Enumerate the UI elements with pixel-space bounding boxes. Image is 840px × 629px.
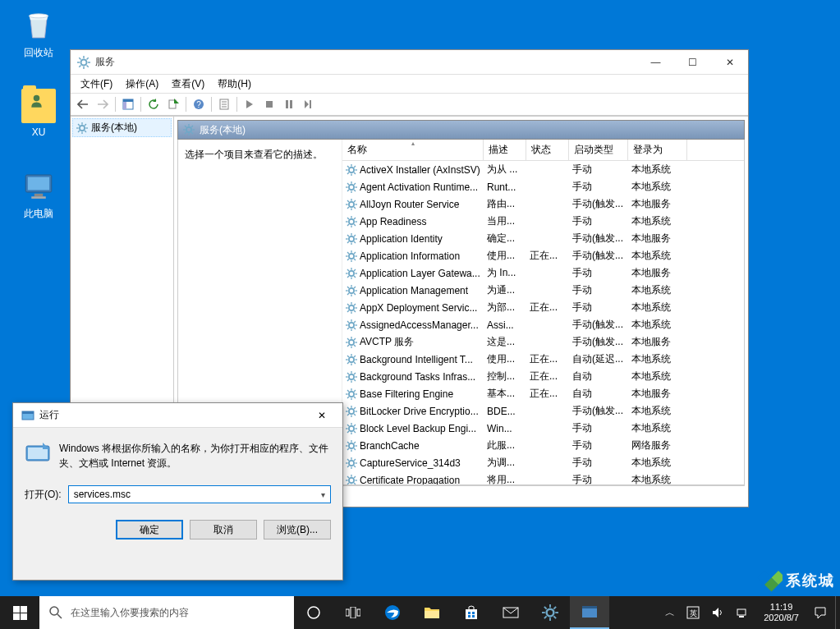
- properties-button[interactable]: [215, 95, 233, 113]
- service-row[interactable]: Application Management 为通... 手动 本地系统: [342, 282, 744, 299]
- svg-point-10: [34, 95, 40, 102]
- task-view-icon[interactable]: [333, 596, 373, 629]
- chevron-down-icon[interactable]: ▾: [321, 490, 325, 499]
- show-hide-tree-button[interactable]: [119, 95, 137, 113]
- col-logon[interactable]: 登录为: [628, 140, 687, 160]
- gear-icon: [346, 371, 357, 383]
- svg-rect-13: [34, 194, 44, 197]
- pause-service-button[interactable]: [280, 95, 298, 113]
- start-button[interactable]: [0, 596, 39, 629]
- service-row[interactable]: ActiveX Installer (AxInstSV) 为从 ... 手动 本…: [342, 161, 744, 178]
- service-row[interactable]: AppX Deployment Servic... 为部... 正在... 手动…: [342, 299, 744, 316]
- cancel-button[interactable]: 取消: [190, 520, 257, 539]
- run-dialog: 运行 ✕ Windows 将根据你所输入的名称，为你打开相应的程序、文件夹、文档…: [12, 402, 343, 581]
- maximize-button[interactable]: ☐: [674, 50, 711, 75]
- recycle-bin-icon[interactable]: 回收站: [10, 8, 67, 60]
- stop-service-button[interactable]: [260, 95, 278, 113]
- explorer-icon[interactable]: [412, 596, 452, 629]
- svg-rect-38: [13, 613, 20, 620]
- col-desc[interactable]: 描述: [484, 140, 526, 160]
- this-pc-icon[interactable]: 此电脑: [10, 169, 67, 221]
- service-row[interactable]: Application Layer Gatewa... 为 In... 手动 本…: [342, 264, 744, 282]
- run-input[interactable]: [74, 489, 321, 500]
- col-start[interactable]: 启动类型: [569, 140, 628, 160]
- service-row[interactable]: Agent Activation Runtime... Runt... 手动 本…: [342, 178, 744, 195]
- service-row[interactable]: Application Identity 确定... 手动(触发... 本地服务: [342, 230, 744, 247]
- mail-icon[interactable]: [491, 596, 530, 629]
- input-method-icon[interactable]: 英: [683, 606, 703, 619]
- help-button[interactable]: ?: [190, 95, 208, 113]
- settings-icon[interactable]: [530, 596, 570, 629]
- services-taskbar-icon[interactable]: [570, 596, 609, 629]
- volume-icon[interactable]: [708, 606, 728, 619]
- gear-icon: [346, 285, 357, 296]
- start-service-button[interactable]: [241, 95, 259, 113]
- edge-icon[interactable]: [373, 596, 412, 629]
- tree-item-services-local[interactable]: 服务(本地): [72, 118, 172, 137]
- menu-action[interactable]: 操作(A): [121, 76, 163, 93]
- svg-rect-32: [28, 448, 48, 459]
- gear-icon: [346, 354, 357, 365]
- service-row[interactable]: AllJoyn Router Service 路由... 手动(触发... 本地…: [342, 195, 744, 213]
- back-button[interactable]: [74, 95, 92, 113]
- time: 11:19: [764, 602, 799, 613]
- search-box[interactable]: 在这里输入你要搜索的内容: [39, 596, 294, 629]
- taskbar: 在这里输入你要搜索的内容 ︿ 英 11:19 2020/8/7: [0, 596, 840, 629]
- col-status[interactable]: 状态: [526, 140, 569, 160]
- run-close-button[interactable]: ✕: [310, 410, 334, 421]
- watermark-logo: [755, 567, 783, 595]
- network-icon[interactable]: [732, 606, 752, 619]
- service-row[interactable]: Base Filtering Engine 基本... 正在... 自动 本地服…: [342, 385, 744, 402]
- run-titlebar[interactable]: 运行 ✕: [13, 403, 342, 428]
- restart-service-button[interactable]: [300, 95, 318, 113]
- services-list: ▴名称 描述 状态 启动类型 登录为 ActiveX Installer (Ax…: [342, 140, 744, 484]
- service-row[interactable]: Block Level Backup Engi... Win... 手动 本地系…: [342, 420, 744, 437]
- svg-rect-43: [346, 609, 349, 616]
- run-input-combo[interactable]: ▾: [68, 485, 331, 503]
- svg-rect-12: [28, 177, 49, 191]
- gear-icon: [346, 440, 357, 452]
- service-row[interactable]: Application Information 使用... 正在... 手动(触…: [342, 247, 744, 264]
- svg-rect-36: [13, 606, 20, 613]
- browse-button[interactable]: 浏览(B)...: [264, 520, 331, 539]
- show-desktop-button[interactable]: [835, 596, 840, 629]
- svg-point-40: [50, 607, 58, 615]
- col-name[interactable]: ▴名称: [342, 140, 484, 160]
- store-icon[interactable]: [452, 596, 491, 629]
- user-folder-icon[interactable]: XU: [10, 89, 67, 138]
- service-row[interactable]: AVCTP 服务 这是... 手动(触发... 本地服务: [342, 333, 744, 351]
- service-row[interactable]: BranchCache 此服... 手动 网络服务: [342, 437, 744, 454]
- svg-point-42: [308, 607, 319, 618]
- menubar: 文件(F) 操作(A) 查看(V) 帮助(H): [71, 75, 748, 93]
- gear-icon: [346, 319, 357, 331]
- ok-button[interactable]: 确定: [116, 520, 183, 539]
- svg-rect-44: [351, 607, 356, 618]
- svg-rect-17: [123, 102, 126, 109]
- close-button[interactable]: ✕: [711, 50, 748, 75]
- refresh-button[interactable]: [145, 95, 163, 113]
- export-button[interactable]: [164, 95, 182, 113]
- service-row[interactable]: App Readiness 当用... 手动 本地系统: [342, 213, 744, 230]
- menu-file[interactable]: 文件(F): [76, 76, 117, 93]
- service-row[interactable]: Certificate Propagation 将用... 手动 本地系统: [342, 471, 744, 484]
- tray-chevron-icon[interactable]: ︿: [662, 606, 678, 620]
- gear-icon: [346, 388, 357, 400]
- titlebar[interactable]: 服务 — ☐ ✕: [71, 50, 748, 75]
- service-row[interactable]: AssignedAccessManager... Assi... 手动(触发..…: [342, 316, 744, 333]
- action-center-icon[interactable]: [810, 606, 830, 619]
- service-row[interactable]: Background Tasks Infras... 控制... 正在... 自…: [342, 368, 744, 385]
- gear-icon: [346, 181, 357, 193]
- minimize-button[interactable]: —: [637, 50, 674, 75]
- cortana-icon[interactable]: [294, 596, 333, 629]
- service-row[interactable]: BitLocker Drive Encryptio... BDE... 手动(触…: [342, 402, 744, 420]
- svg-text:英: 英: [690, 609, 697, 618]
- clock[interactable]: 11:19 2020/8/7: [757, 602, 806, 623]
- svg-rect-58: [737, 609, 746, 615]
- svg-rect-30: [22, 411, 34, 414]
- service-row[interactable]: Background Intelligent T... 使用... 正在... …: [342, 351, 744, 368]
- menu-help[interactable]: 帮助(H): [213, 76, 256, 93]
- run-title: 运行: [39, 408, 310, 422]
- service-row[interactable]: CaptureService_314d3 为调... 手动 本地系统: [342, 454, 744, 471]
- menu-view[interactable]: 查看(V): [167, 76, 209, 93]
- forward-button[interactable]: [94, 95, 112, 113]
